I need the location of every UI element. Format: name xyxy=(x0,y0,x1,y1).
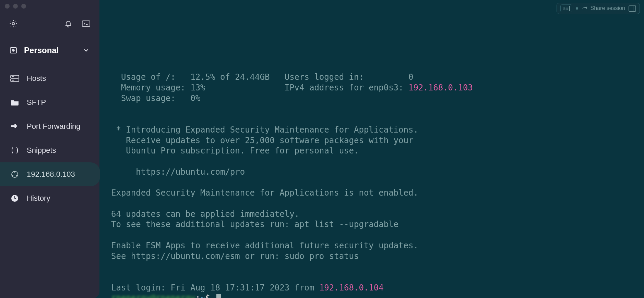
status-dot xyxy=(576,7,578,10)
vault-label: Personal xyxy=(24,46,59,55)
chevron-down-icon xyxy=(82,46,91,55)
svg-point-14 xyxy=(12,175,13,176)
svg-rect-6 xyxy=(11,79,19,82)
vault-icon xyxy=(9,46,18,55)
prompt-path: ~ xyxy=(200,293,205,298)
terminal-line: Usage of /: 12.5% of 24.44GB Users logge… xyxy=(111,72,413,82)
sidebar-item-label: Port Forwarding xyxy=(27,122,81,131)
share-icon xyxy=(582,5,588,12)
gear-icon[interactable] xyxy=(9,19,18,28)
share-session-label: Share session xyxy=(591,5,625,12)
svg-point-8 xyxy=(13,76,14,77)
panel-toggle-button[interactable] xyxy=(629,5,636,12)
sidebar-item-label: History xyxy=(27,194,50,203)
ip-address: 192.168.0.103 xyxy=(408,83,473,92)
terminal-cursor xyxy=(216,294,221,298)
terminal-line: See https://ubuntu.com/esm or run: sudo … xyxy=(111,251,359,261)
terminal-line: Receive updates to over 25,000 software … xyxy=(111,136,413,145)
share-session-button[interactable]: Share session xyxy=(582,5,625,12)
sidebar-item-label: 192.168.0.103 xyxy=(27,170,75,179)
prompt-separator: : xyxy=(195,293,200,298)
prompt-symbol: $ xyxy=(205,293,210,298)
terminal-prompt: rnenergy@rnenergy:~$ xyxy=(111,293,221,298)
terminal-icon[interactable] xyxy=(82,19,91,28)
minimize-dot[interactable] xyxy=(13,4,18,9)
quick-command-box[interactable]: au xyxy=(560,4,572,12)
terminal-line: To see these additional updates run: apt… xyxy=(111,220,398,229)
vault-selector[interactable]: Personal xyxy=(0,38,99,63)
terminal-line: Memory usage: 13% IPv4 address for enp0s… xyxy=(111,83,408,92)
terminal-line: 64 updates can be applied immediately. xyxy=(111,209,299,219)
mini-cursor xyxy=(569,6,570,11)
svg-point-4 xyxy=(13,50,14,51)
sidebar-item-label: Hosts xyxy=(27,74,46,83)
prompt-user-host: rnenergy@rnenergy xyxy=(111,293,195,298)
svg-point-10 xyxy=(13,80,14,81)
sidebar-item-label: SFTP xyxy=(27,98,46,107)
window-controls xyxy=(0,0,99,10)
terminal-line: * Introducing Expanded Security Maintena… xyxy=(111,125,418,135)
ip-address: 192.168.0.104 xyxy=(319,283,384,293)
svg-point-13 xyxy=(16,175,17,176)
terminal-line: Ubuntu Pro subscription. Free for person… xyxy=(111,146,359,156)
sidebar-item-label: Snippets xyxy=(27,146,56,155)
terminal-line: Last login: Fri Aug 18 17:31:17 2023 fro… xyxy=(111,283,319,293)
svg-point-12 xyxy=(14,172,15,173)
terminal-output: Usage of /: 12.5% of 24.44GB Users logge… xyxy=(111,62,641,298)
folder-icon xyxy=(10,98,19,107)
terminal-line: Swap usage: 0% xyxy=(111,94,200,103)
quick-command-placeholder: au xyxy=(563,5,569,12)
ubuntu-icon xyxy=(10,170,19,179)
zoom-dot[interactable] xyxy=(21,4,26,9)
terminal-line: Expanded Security Maintenance for Applic… xyxy=(111,188,418,198)
sidebar-item-sftp[interactable]: SFTP xyxy=(0,90,99,114)
terminal-pane[interactable]: au Share session Usage of /: 12.5% of 24… xyxy=(99,0,644,298)
close-dot[interactable] xyxy=(5,4,10,9)
sidebar-item-snippets[interactable]: Snippets xyxy=(0,138,99,162)
snippets-icon xyxy=(10,146,19,155)
topbar-right: au Share session xyxy=(557,3,640,14)
sidebar-item-active-host[interactable]: 192.168.0.103 xyxy=(0,162,100,186)
bell-icon[interactable] xyxy=(64,19,73,28)
sidebar-item-port-forwarding[interactable]: Port Forwarding xyxy=(0,114,99,138)
hosts-icon xyxy=(10,74,19,83)
svg-rect-5 xyxy=(11,75,19,78)
sidebar-item-history[interactable]: History xyxy=(0,186,99,210)
sidebar-item-hosts[interactable]: Hosts xyxy=(0,66,99,90)
clock-icon xyxy=(10,194,19,203)
svg-point-0 xyxy=(12,23,15,25)
sidebar-nav: Hosts SFTP Port Forwarding xyxy=(0,63,99,210)
svg-rect-16 xyxy=(629,6,636,11)
terminal-line: https://ubuntu.com/pro xyxy=(111,167,245,177)
svg-point-7 xyxy=(12,76,13,77)
sidebar: Personal Hosts xyxy=(0,0,99,298)
terminal-line: Enable ESM Apps to receive additional fu… xyxy=(111,241,418,250)
sidebar-top-icons xyxy=(0,10,99,38)
svg-rect-1 xyxy=(82,21,90,27)
port-forwarding-icon xyxy=(10,122,19,131)
svg-point-9 xyxy=(12,80,13,81)
